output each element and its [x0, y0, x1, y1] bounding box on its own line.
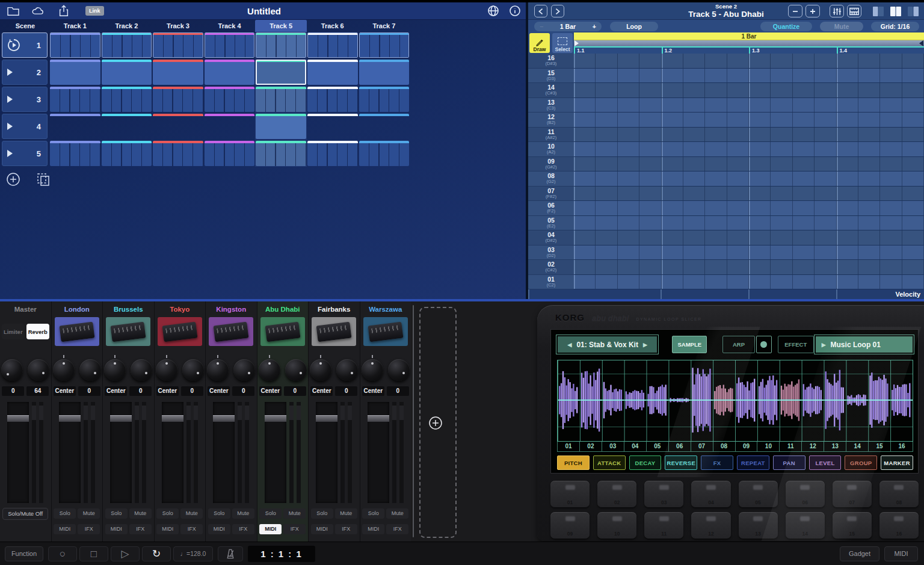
solo-button[interactable]: Solo [311, 508, 333, 519]
share-icon[interactable] [57, 5, 71, 17]
clip-seg[interactable] [256, 87, 306, 112]
ifx-button[interactable]: IFX [129, 524, 152, 534]
grid-cell[interactable] [749, 230, 771, 245]
key-09[interactable]: 09(G#2) [528, 157, 574, 172]
grid-cell[interactable] [815, 171, 836, 186]
select-tool-button[interactable]: Select [552, 33, 573, 53]
clip-solid-sel[interactable] [256, 60, 306, 85]
grid-cell[interactable] [639, 157, 661, 171]
layout-left-icon[interactable] [871, 5, 886, 17]
pan-knob[interactable] [156, 359, 177, 381]
clip-cell[interactable] [359, 140, 410, 167]
grid-cell[interactable] [771, 83, 792, 97]
note-grid[interactable] [574, 54, 924, 289]
grid-cell[interactable] [683, 157, 705, 171]
effect-button[interactable]: EFFECT [778, 336, 814, 353]
volume-fader[interactable] [59, 402, 81, 503]
grid-cell[interactable] [705, 113, 727, 127]
clip-seg[interactable] [359, 87, 410, 112]
volume-fader[interactable] [213, 402, 235, 503]
grid-cell[interactable] [837, 113, 858, 127]
grid-cell[interactable] [683, 54, 705, 68]
track-header-7[interactable]: Track 7 [359, 20, 410, 32]
clip-cell[interactable] [152, 140, 204, 167]
clip-seg[interactable] [307, 141, 358, 166]
key-03[interactable]: 03(D2) [528, 245, 574, 261]
clip-bar[interactable] [307, 114, 358, 139]
grid-cell[interactable] [793, 157, 815, 171]
param-button-reverse[interactable]: REVERSE [665, 455, 697, 470]
grid-cell[interactable] [858, 128, 880, 142]
grid-cell[interactable] [749, 157, 771, 171]
grid-cell[interactable] [749, 260, 771, 274]
mute-button[interactable]: Mute [232, 508, 254, 519]
grid-cell[interactable] [749, 245, 771, 260]
plus-icon[interactable] [805, 5, 820, 17]
mixer-strip-master[interactable]: MasterLimiterReverb064Solo/Mute Off [0, 301, 51, 542]
grid-cell[interactable] [793, 113, 815, 127]
grid-cell[interactable] [793, 245, 815, 260]
grid-cell[interactable] [639, 187, 661, 201]
loop-play-icon[interactable]: ▶ [822, 342, 826, 348]
grid-cell[interactable] [574, 98, 596, 113]
grid-cell[interactable] [858, 171, 880, 186]
gadget-image[interactable] [312, 317, 356, 346]
arp-button[interactable]: ARP [722, 336, 755, 353]
grid-cell[interactable] [902, 230, 924, 245]
layout-right-icon[interactable] [906, 5, 920, 17]
grid-cell[interactable] [662, 201, 683, 215]
grid-cell[interactable] [815, 98, 836, 113]
loop-end-marker[interactable] [919, 40, 923, 46]
grid-cell[interactable] [574, 230, 596, 245]
gadget-view-button[interactable]: Gadget [840, 546, 879, 561]
reverb-button[interactable]: Reverb [26, 324, 49, 339]
param-button-marker[interactable]: MARKER [881, 455, 913, 470]
clip-seg-o[interactable] [256, 32, 306, 58]
grid-cell[interactable] [596, 230, 617, 245]
param-button-group[interactable]: GROUP [845, 455, 877, 470]
grid-cell[interactable] [771, 275, 792, 289]
pad-11[interactable]: 11 [644, 512, 683, 539]
mixer-view-icon[interactable] [830, 5, 844, 17]
grid-cell[interactable] [683, 69, 705, 83]
grid-cell[interactable] [683, 142, 705, 156]
gadget-image[interactable] [363, 317, 408, 346]
grid-cell[interactable] [771, 54, 792, 68]
pad-16[interactable]: 16 [879, 512, 919, 539]
grid-cell[interactable] [727, 113, 749, 127]
pad-13[interactable]: 13 [739, 512, 778, 539]
clip-cell[interactable] [359, 32, 410, 58]
arp-toggle-button[interactable] [756, 336, 772, 353]
param-button-pitch[interactable]: PITCH [557, 455, 590, 470]
pad-04[interactable]: 04 [691, 481, 730, 507]
key-05[interactable]: 05(E2) [528, 216, 574, 231]
key-10[interactable]: 10(A2) [528, 142, 574, 157]
grid-cell[interactable] [596, 171, 617, 186]
grid-cell[interactable] [749, 113, 771, 127]
layout-split-icon[interactable] [889, 5, 903, 17]
clip-bar[interactable] [359, 114, 410, 139]
kit-next-icon[interactable]: ▶ [643, 342, 647, 348]
grid-cell[interactable] [596, 83, 617, 97]
grid-cell[interactable] [574, 113, 596, 127]
grid-cell[interactable] [705, 201, 727, 215]
grid-cell[interactable] [815, 128, 836, 142]
clip-solid[interactable] [307, 60, 358, 85]
grid-cell[interactable] [749, 171, 771, 186]
clip-cell[interactable] [101, 113, 153, 140]
clip-seg[interactable] [359, 141, 410, 166]
grid-cell[interactable] [749, 98, 771, 113]
grid-cell[interactable] [574, 201, 596, 215]
grid-cell[interactable] [639, 230, 661, 245]
solo-button[interactable]: Solo [54, 508, 76, 519]
param-button-pan[interactable]: PAN [773, 455, 805, 470]
clip-seg-o[interactable] [307, 32, 358, 58]
grid-cell[interactable] [618, 113, 639, 127]
grid-cell[interactable] [683, 187, 705, 201]
grid-cell[interactable] [683, 98, 705, 113]
grid-cell[interactable] [662, 157, 683, 171]
grid-cell[interactable] [705, 83, 727, 97]
grid-cell[interactable] [749, 187, 771, 201]
grid-cell[interactable] [618, 171, 639, 186]
grid-cell[interactable] [596, 142, 617, 156]
